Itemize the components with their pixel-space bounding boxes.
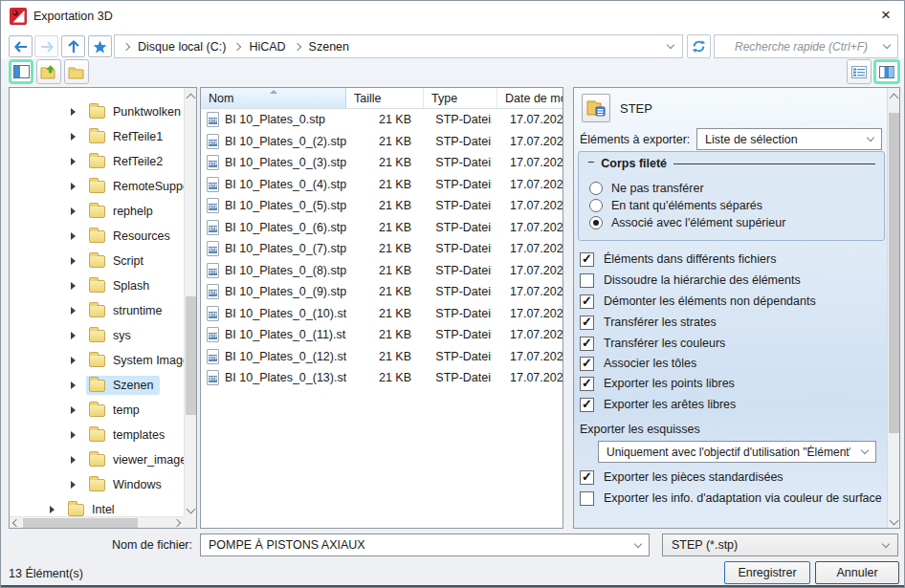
step-format-button[interactable] — [582, 94, 610, 122]
radio-icon[interactable] — [589, 216, 603, 229]
forward-button[interactable] — [34, 35, 58, 57]
breadcrumb-item-hicad[interactable]: HiCAD — [249, 40, 285, 54]
up-button[interactable] — [61, 35, 85, 57]
expand-arrow-icon[interactable] — [71, 307, 76, 315]
file-row[interactable]: STPBI 10_Plates_0_(11).stp21 KBSTP-Datei… — [201, 324, 563, 346]
checkbox-exporter-aretes-libres[interactable]: Exporter les arêtes libres — [580, 396, 736, 413]
filename-input[interactable] — [209, 538, 629, 552]
expand-arrow-icon[interactable] — [71, 431, 76, 439]
column-header-size[interactable]: Taille — [346, 88, 424, 108]
checkbox-icon[interactable] — [580, 398, 594, 412]
favorites-button[interactable] — [88, 35, 112, 57]
file-row[interactable]: STPBI 10_Plates_0_(8).stp21 KBSTP-Datei1… — [201, 260, 563, 282]
file-row[interactable]: STPBI 10_Plates_0_(7).stp21 KBSTP-Datei1… — [201, 238, 563, 260]
tree-item-templates[interactable]: templates — [10, 423, 184, 447]
tree-item-splash[interactable]: Splash — [10, 273, 184, 298]
scroll-up-icon[interactable] — [187, 94, 196, 103]
file-row[interactable]: STPBI 10_Plates_0_(2).stp21 KBSTP-Datei1… — [201, 131, 563, 153]
breadcrumb-item-szenen[interactable]: Szenen — [309, 40, 349, 54]
file-row[interactable]: STPBI 10_Plates_0_(9).stp21 KBSTP-Datei1… — [201, 281, 563, 303]
checkbox-icon[interactable] — [580, 357, 594, 371]
scrollbar-thumb[interactable] — [889, 113, 899, 433]
column-header-date[interactable]: Date de mod — [497, 88, 563, 108]
file-row[interactable]: STPBI 10_Plates_0_(3).stp21 KBSTP-Datei1… — [201, 152, 563, 174]
checkbox-elements-fichiers[interactable]: Éléments dans différents fichiers — [580, 250, 776, 268]
expand-arrow-icon[interactable] — [50, 506, 55, 513]
checkbox-icon[interactable] — [580, 252, 594, 267]
column-header-name[interactable]: Nom — [201, 88, 346, 108]
checkbox-icon[interactable] — [580, 316, 594, 330]
chevron-down-icon[interactable] — [634, 539, 642, 547]
tree-horizontal-scrollbar[interactable] — [10, 516, 184, 528]
expand-arrow-icon[interactable] — [71, 357, 76, 364]
checkbox-exporter-points-libres[interactable]: Exporter les points libres — [580, 375, 735, 392]
details-view-button[interactable] — [847, 59, 872, 84]
scroll-left-icon[interactable] — [12, 519, 20, 527]
checkbox-icon[interactable] — [580, 294, 594, 309]
scrollbar-thumb[interactable] — [186, 296, 196, 415]
cancel-button[interactable]: Annuler — [815, 561, 899, 584]
file-row[interactable]: STPBI 10_Plates_0_(4).stp21 KBSTP-Datei1… — [201, 174, 563, 196]
checkbox-icon[interactable] — [580, 273, 594, 288]
quick-search-combo[interactable] — [714, 34, 898, 58]
toggle-tree-panel-button[interactable] — [9, 59, 33, 84]
breadcrumb[interactable]: Disque local (C:) HiCAD Szenen — [114, 34, 683, 58]
tree-item-struntime[interactable]: struntime — [10, 298, 184, 323]
expand-arrow-icon[interactable] — [71, 282, 76, 290]
expand-arrow-icon[interactable] — [71, 133, 76, 141]
file-row[interactable]: STPBI 10_Plates_0_(5).stp21 KBSTP-Datei1… — [201, 195, 563, 217]
checkbox-info-adaptation[interactable]: Exporter les info. d'adaptation via coul… — [580, 490, 882, 507]
expand-arrow-icon[interactable] — [71, 481, 76, 489]
file-row[interactable]: STPBI 10_Plates_0_(13).stp21 KBSTP-Datei… — [201, 367, 563, 389]
chevron-down-icon[interactable] — [667, 41, 674, 49]
back-button[interactable] — [9, 35, 33, 57]
columns-view-button[interactable] — [873, 59, 900, 84]
tree-item-resources[interactable]: Resources — [10, 224, 184, 249]
expand-arrow-icon[interactable] — [71, 456, 76, 464]
tree-item-script[interactable]: Script — [10, 249, 184, 273]
tree-item-szenen[interactable]: Szenen — [10, 373, 184, 398]
expand-arrow-icon[interactable] — [71, 406, 76, 414]
expand-arrow-icon[interactable] — [71, 158, 76, 165]
scroll-down-icon[interactable] — [890, 516, 899, 526]
open-folder-button[interactable] — [36, 59, 61, 84]
collapse-icon[interactable]: − — [587, 156, 594, 169]
expand-arrow-icon[interactable] — [71, 332, 76, 339]
tree-item-punktwolken[interactable]: Punktwolken — [10, 99, 184, 124]
expand-arrow-icon[interactable] — [71, 207, 76, 215]
export-sketches-combo[interactable]: Uniquement avec l'objectif d'utilisation… — [598, 441, 876, 463]
breadcrumb-item-drive[interactable]: Disque local (C:) — [138, 40, 226, 54]
radio-elements-separes[interactable]: En tant qu'éléments séparés — [589, 197, 762, 214]
expand-arrow-icon[interactable] — [71, 381, 76, 389]
scrollbar-thumb[interactable] — [23, 518, 138, 528]
save-button[interactable]: Enregistrer — [724, 561, 810, 584]
tree-item-system-image[interactable]: System Image — [10, 348, 184, 373]
tree-item-viewer-images[interactable]: viewer_images — [10, 447, 184, 472]
expand-arrow-icon[interactable] — [71, 108, 76, 116]
tree-item-intel[interactable]: Intel — [10, 497, 184, 516]
file-row[interactable]: STPBI 10_Plates_0_(12).stp21 KBSTP-Datei… — [201, 346, 563, 368]
checkbox-dissoudre-hierarchie[interactable]: Dissoudre la hiérarchie des éléments — [580, 272, 801, 289]
checkbox-icon[interactable] — [580, 377, 594, 391]
tree-item-windows[interactable]: Windows — [10, 472, 184, 497]
refresh-button[interactable] — [687, 34, 711, 58]
checkbox-icon[interactable] — [580, 337, 594, 351]
scroll-right-icon[interactable] — [173, 519, 181, 527]
checkbox-transferer-strates[interactable]: Transférer les strates — [580, 314, 717, 331]
radio-icon[interactable] — [589, 182, 603, 195]
panel-vertical-scrollbar[interactable] — [887, 88, 899, 528]
filename-combo[interactable] — [200, 534, 650, 556]
scroll-down-icon[interactable] — [187, 505, 196, 514]
checkbox-transferer-couleurs[interactable]: Transférer les couleurs — [580, 335, 725, 352]
expand-arrow-icon[interactable] — [71, 257, 76, 265]
tree-item-sys[interactable]: sys — [10, 323, 184, 348]
file-row[interactable]: STPBI 10_Plates_0_(6).stp21 KBSTP-Datei1… — [201, 217, 563, 239]
checkbox-icon[interactable] — [580, 470, 594, 485]
expand-arrow-icon[interactable] — [71, 232, 76, 240]
elements-to-export-combo[interactable]: Liste de sélection — [696, 128, 882, 150]
checkbox-pieces-standardisees[interactable]: Exporter les pièces standardisées — [580, 468, 784, 486]
tree-item-rephelp[interactable]: rephelp — [10, 199, 184, 224]
tree-item-remotesupport[interactable]: RemoteSupport — [10, 174, 184, 199]
checkbox-associer-toles[interactable]: Associer les tôles — [580, 355, 696, 372]
radio-ne-pas-transferer[interactable]: Ne pas transférer — [589, 180, 704, 197]
